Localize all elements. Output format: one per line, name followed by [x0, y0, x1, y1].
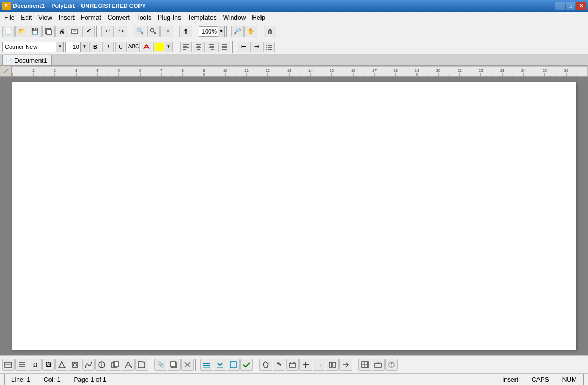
bt-btn-11[interactable]: [135, 359, 148, 371]
bt-misc-3[interactable]: [286, 359, 299, 371]
align-justify-button[interactable]: [218, 42, 230, 52]
status-caps: CAPS: [525, 374, 556, 385]
align-left-button[interactable]: [180, 42, 192, 52]
status-num: NUM: [556, 374, 584, 385]
bt-table-1[interactable]: [358, 359, 371, 371]
font-size-dropdown-arrow[interactable]: ▼: [80, 42, 88, 52]
save-all-button[interactable]: [42, 26, 55, 37]
bt-misc-4[interactable]: [299, 359, 312, 371]
document-tab[interactable]: 📄 Document1: [2, 55, 52, 65]
bt-btn-10[interactable]: [122, 359, 135, 371]
strikethrough-button[interactable]: ABC: [128, 42, 140, 52]
clear-button[interactable]: 🗑: [264, 26, 276, 37]
font-name-combo[interactable]: ▼: [2, 42, 64, 52]
bt-btn-5[interactable]: [55, 359, 68, 371]
svg-text:19: 19: [415, 69, 419, 72]
list-indent-button[interactable]: ⇤: [238, 42, 249, 52]
bt-btn-2[interactable]: [15, 359, 28, 371]
bt-separator-4: [354, 359, 357, 371]
menu-edit[interactable]: Edit: [18, 13, 35, 22]
find-button[interactable]: 🔍: [134, 26, 146, 37]
menu-format[interactable]: Format: [78, 13, 104, 22]
ruler: 1234567891011121314151617181920212223242…: [0, 66, 588, 77]
font-name-input[interactable]: [3, 44, 56, 50]
separator-6: [259, 26, 262, 37]
menu-convert[interactable]: Convert: [104, 13, 133, 22]
print-preview-button[interactable]: [69, 26, 81, 37]
spell-check-button[interactable]: [141, 42, 152, 52]
highlight-dropdown-arrow[interactable]: ▼: [165, 42, 172, 52]
svg-rect-144: [333, 362, 336, 367]
bt-table-2[interactable]: [372, 359, 385, 371]
bt-list-btn-3[interactable]: [227, 359, 240, 371]
document-content[interactable]: [12, 82, 576, 348]
new-button[interactable]: 📄: [2, 26, 15, 37]
save-button[interactable]: 💾: [29, 26, 42, 37]
menu-window[interactable]: Window: [220, 13, 249, 22]
bt-list-btn-4[interactable]: [240, 359, 253, 371]
bt-btn-3[interactable]: Ω: [29, 359, 42, 371]
list-button[interactable]: [263, 42, 275, 52]
align-right-button[interactable]: [206, 42, 217, 52]
bt-btn-1[interactable]: [2, 359, 15, 371]
bt-misc-7[interactable]: [339, 359, 352, 371]
bt-btn-7[interactable]: [82, 359, 95, 371]
bt-clear-btn[interactable]: [181, 359, 194, 371]
bt-misc-2[interactable]: ✎: [273, 359, 285, 371]
menu-templates[interactable]: Templates: [184, 13, 220, 22]
bt-btn-6[interactable]: [69, 359, 81, 371]
font-name-dropdown-arrow[interactable]: ▼: [56, 42, 63, 52]
goto-button[interactable]: ⇥: [160, 26, 173, 37]
bt-copy-btn[interactable]: [168, 359, 181, 371]
zoom-combo[interactable]: ▼: [199, 26, 225, 37]
svg-text:22: 22: [479, 69, 483, 72]
separator-2: [129, 26, 132, 37]
menu-insert[interactable]: Insert: [55, 13, 78, 22]
bt-misc-5[interactable]: →: [313, 359, 325, 371]
bt-misc-tool[interactable]: [385, 359, 398, 371]
maximize-button[interactable]: □: [566, 2, 575, 10]
check-button[interactable]: ✔: [82, 26, 95, 37]
zoom-dropdown-arrow[interactable]: ▼: [218, 26, 224, 37]
svg-text:15: 15: [330, 69, 334, 72]
bt-btn-9[interactable]: [109, 359, 121, 371]
paragraph-button[interactable]: ¶: [179, 26, 192, 37]
font-size-input[interactable]: [66, 44, 80, 50]
underline-button[interactable]: U: [115, 42, 127, 52]
svg-point-28: [266, 49, 267, 50]
document-area[interactable]: [0, 77, 588, 355]
zoom-input[interactable]: [199, 28, 218, 35]
close-button[interactable]: ✕: [576, 2, 586, 10]
minimize-button[interactable]: –: [555, 2, 565, 10]
document-page[interactable]: [12, 82, 576, 350]
bt-misc-1[interactable]: [259, 359, 272, 371]
bt-btn-4[interactable]: 🖼: [42, 359, 55, 371]
redo-button[interactable]: ↪: [115, 26, 127, 37]
find-replace-button[interactable]: [147, 26, 160, 37]
svg-rect-129: [171, 362, 175, 367]
menu-help[interactable]: Help: [249, 13, 268, 22]
menu-file[interactable]: File: [1, 13, 18, 22]
bt-clip-btn[interactable]: 📎: [154, 359, 167, 371]
menu-plugins[interactable]: Plug-Ins: [154, 13, 184, 22]
open-button[interactable]: 📂: [15, 26, 28, 37]
highlight-button[interactable]: ▼: [153, 42, 173, 52]
italic-button[interactable]: I: [102, 42, 114, 52]
bt-list-btn-1[interactable]: [200, 359, 213, 371]
bt-misc-6[interactable]: [326, 359, 339, 371]
svg-point-153: [391, 366, 392, 367]
align-center-button[interactable]: [193, 42, 205, 52]
list-outdent-button[interactable]: ⇥: [250, 42, 262, 52]
font-size-combo[interactable]: ▼: [65, 42, 88, 52]
bold-button[interactable]: B: [89, 42, 101, 52]
bt-btn-8[interactable]: [95, 359, 108, 371]
svg-text:11: 11: [244, 69, 249, 72]
zoom-in-button[interactable]: 🔎: [231, 26, 244, 37]
bt-list-btn-2[interactable]: [214, 359, 226, 371]
menu-view[interactable]: View: [35, 13, 55, 22]
print-button[interactable]: 🖨: [55, 26, 68, 37]
menu-tools[interactable]: Tools: [133, 13, 154, 22]
hand-tool-button[interactable]: ✋: [244, 26, 257, 37]
separator-5: [226, 26, 230, 37]
undo-button[interactable]: ↩: [101, 26, 114, 37]
